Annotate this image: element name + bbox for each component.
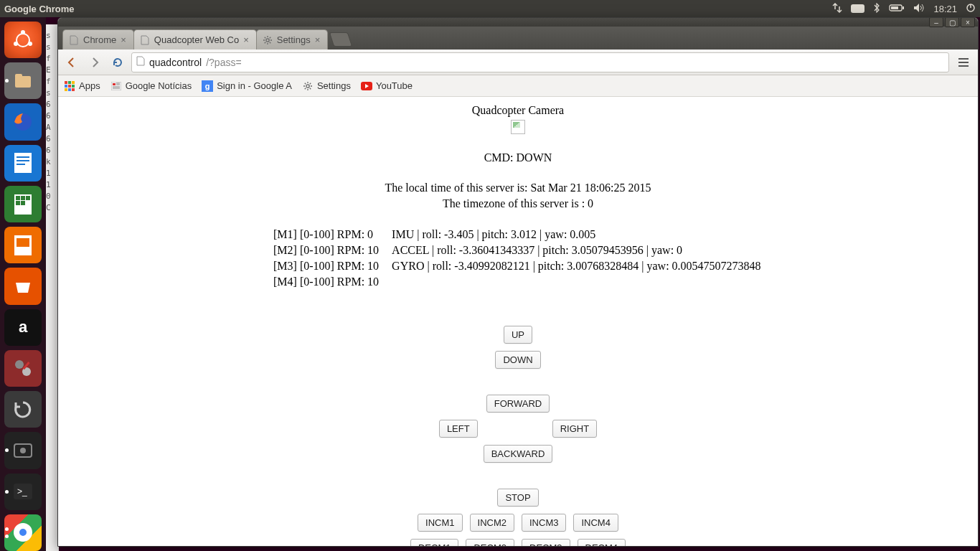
incm4-button[interactable]: INCM4 bbox=[573, 514, 618, 532]
google-icon: g bbox=[202, 80, 213, 92]
incm2-button[interactable]: INCM2 bbox=[470, 514, 514, 532]
right-button[interactable]: RIGHT bbox=[552, 420, 597, 438]
svg-text:>_: >_ bbox=[17, 486, 27, 496]
page-icon bbox=[140, 35, 150, 45]
launcher-screenrec[interactable] bbox=[4, 432, 42, 468]
bookmark-settings[interactable]: Settings bbox=[302, 80, 351, 92]
svg-rect-14 bbox=[17, 164, 25, 165]
decm3-button[interactable]: DECM3 bbox=[522, 539, 570, 546]
keyboard-indicator[interactable]: Pt bbox=[851, 4, 864, 13]
session-icon[interactable] bbox=[966, 3, 976, 15]
sensor-row: IMU | roll: -3.405 | pitch: 3.012 | yaw:… bbox=[392, 228, 760, 241]
window-minimize-button[interactable]: – bbox=[929, 17, 943, 27]
address-bar[interactable]: quadcontrol/?pass= bbox=[131, 52, 949, 72]
new-tab-button[interactable] bbox=[329, 32, 352, 47]
forward-button[interactable]: FORWARD bbox=[486, 395, 550, 413]
incm1-button[interactable]: INCM1 bbox=[418, 514, 462, 532]
launcher-writer[interactable] bbox=[4, 145, 42, 182]
incm3-button[interactable]: INCM3 bbox=[522, 514, 566, 532]
bookmark-google-signin[interactable]: g Sign in - Google A bbox=[202, 80, 292, 92]
svg-rect-17 bbox=[21, 196, 25, 200]
launcher-amazon[interactable]: a bbox=[4, 309, 42, 346]
youtube-icon bbox=[361, 80, 372, 92]
sensor-row: GYRO | roll: -3.40992082121 | pitch: 3.0… bbox=[392, 260, 760, 273]
tab-settings[interactable]: Settings × bbox=[256, 29, 329, 50]
bookmarks-bar: Apps Google Notícias g Sign in - Google … bbox=[58, 75, 978, 97]
tab-label: Settings bbox=[277, 34, 311, 45]
volume-icon[interactable] bbox=[913, 3, 925, 15]
launcher-firefox[interactable] bbox=[4, 103, 42, 140]
active-app-name: Google Chrome bbox=[4, 4, 75, 14]
launcher-calc[interactable] bbox=[4, 186, 42, 222]
battery-icon[interactable] bbox=[889, 4, 905, 14]
decm2-button[interactable]: DECM2 bbox=[466, 539, 514, 546]
down-button[interactable]: DOWN bbox=[495, 351, 540, 369]
bookmark-label: Apps bbox=[79, 80, 100, 91]
tab-label: Chrome bbox=[83, 34, 116, 45]
svg-line-40 bbox=[265, 42, 265, 42]
svg-line-39 bbox=[270, 42, 270, 42]
svg-rect-1 bbox=[903, 6, 904, 9]
backward-button[interactable]: BACKWARD bbox=[484, 445, 553, 463]
bookmark-label: Google Notícias bbox=[126, 80, 192, 91]
bookmark-google-noticias[interactable]: Google Notícias bbox=[110, 80, 192, 92]
window-titlebar[interactable]: – ▢ × bbox=[58, 18, 978, 27]
svg-line-56 bbox=[305, 83, 306, 83]
launcher-settings[interactable] bbox=[4, 350, 42, 387]
altitude-controls: UP DOWN bbox=[495, 326, 540, 369]
clock[interactable]: 18:21 bbox=[933, 4, 957, 14]
tab-close-icon[interactable]: × bbox=[315, 34, 321, 45]
left-button[interactable]: LEFT bbox=[439, 420, 478, 438]
motors-column: [M1] [0-100] RPM: 0 [M2] [0-100] RPM: 10… bbox=[273, 228, 379, 288]
bookmark-label: Sign in - Google A bbox=[217, 80, 292, 91]
tab-quadcopter[interactable]: Quadcopter Web Co × bbox=[133, 29, 257, 50]
launcher-chrome[interactable] bbox=[4, 514, 42, 551]
svg-point-5 bbox=[21, 30, 25, 34]
chrome-menu-button[interactable] bbox=[953, 53, 974, 72]
launcher-software-center[interactable] bbox=[4, 268, 42, 304]
reload-button[interactable] bbox=[108, 53, 127, 72]
launcher-files[interactable] bbox=[4, 62, 42, 99]
launcher-terminal[interactable]: >_ bbox=[4, 474, 42, 510]
svg-rect-46 bbox=[113, 83, 116, 85]
svg-line-57 bbox=[310, 88, 311, 88]
bluetooth-icon[interactable] bbox=[873, 3, 880, 15]
window-maximize-button[interactable]: ▢ bbox=[945, 17, 959, 27]
network-icon[interactable] bbox=[832, 3, 842, 15]
back-button[interactable] bbox=[62, 53, 81, 72]
tab-chrome[interactable]: Chrome × bbox=[62, 29, 134, 50]
stop-button[interactable]: STOP bbox=[497, 489, 538, 507]
svg-point-7 bbox=[14, 42, 18, 46]
bookmark-youtube[interactable]: YouTube bbox=[361, 80, 413, 92]
svg-line-59 bbox=[310, 83, 311, 83]
svg-point-4 bbox=[17, 34, 29, 47]
tab-close-icon[interactable]: × bbox=[121, 34, 126, 45]
svg-point-51 bbox=[306, 84, 309, 87]
svg-rect-9 bbox=[15, 74, 22, 78]
system-indicators[interactable]: Pt 18:21 bbox=[832, 3, 976, 15]
server-tz-prefix: The timezone of this server is : bbox=[443, 197, 588, 209]
launcher-updater[interactable] bbox=[4, 391, 42, 428]
launcher-impress[interactable] bbox=[4, 227, 42, 263]
gear-icon bbox=[302, 80, 314, 92]
svg-point-33 bbox=[266, 38, 269, 41]
unity-launcher: a >_ bbox=[0, 17, 46, 551]
server-time-value: Sat Mar 21 18:06:25 2015 bbox=[531, 182, 651, 194]
window-close-button[interactable]: × bbox=[961, 17, 975, 27]
svg-rect-2 bbox=[891, 6, 898, 9]
bookmark-apps[interactable]: Apps bbox=[64, 80, 100, 92]
motor-row: [M2] [0-100] RPM: 10 bbox=[273, 244, 379, 257]
decm4-button[interactable]: DECM4 bbox=[578, 539, 626, 546]
broken-image-icon bbox=[511, 120, 525, 134]
bookmark-label: Settings bbox=[317, 80, 351, 91]
cmd-prefix: CMD: bbox=[484, 151, 517, 164]
svg-rect-13 bbox=[17, 160, 29, 161]
decm1-button[interactable]: DECM1 bbox=[410, 539, 459, 546]
tab-close-icon[interactable]: × bbox=[243, 34, 249, 45]
page-icon bbox=[69, 35, 79, 45]
url-path: /?pass= bbox=[206, 57, 241, 68]
up-button[interactable]: UP bbox=[504, 326, 532, 344]
launcher-dash[interactable] bbox=[4, 22, 42, 58]
svg-point-27 bbox=[20, 448, 26, 453]
svg-rect-19 bbox=[16, 201, 20, 205]
